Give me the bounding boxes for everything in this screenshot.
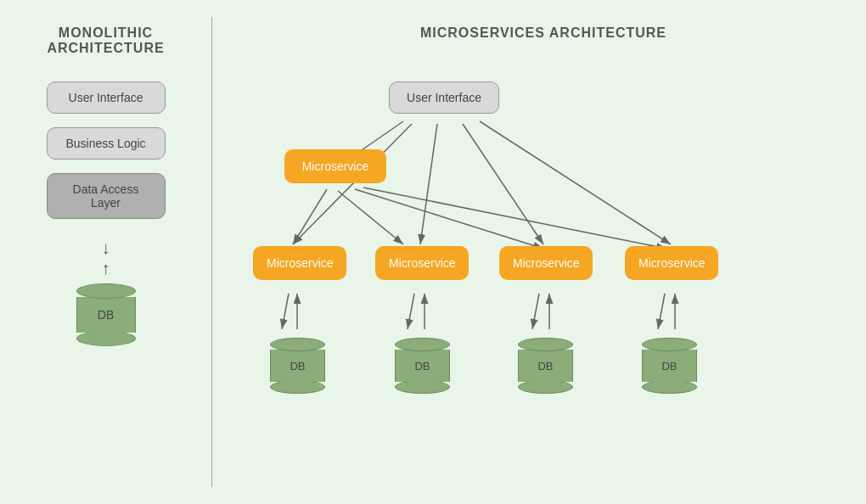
ms-db1-bottom [270, 380, 325, 394]
ms-db1-top [270, 338, 325, 351]
left-panel: MONOLITHICARCHITECTURE User Interface Bu… [17, 17, 212, 487]
ms-db3-body: DB [518, 350, 573, 382]
mono-data-access-label: Data Access Layer [73, 182, 139, 210]
mono-data-access-box: Data Access Layer [47, 173, 166, 219]
svg-line-8 [355, 189, 543, 249]
svg-line-5 [480, 121, 671, 244]
ms-db4-body: DB [642, 350, 697, 382]
ms-db2-top [395, 338, 450, 351]
microservices-title: MICROSERVICES ARCHITECTURE [238, 25, 849, 41]
ms-db1-body: DB [270, 350, 325, 382]
svg-line-10 [282, 294, 289, 329]
ms-row-label-1: Microservice [267, 256, 334, 270]
ms-top-box: Microservice [284, 149, 386, 183]
ms-row-label-3: Microservice [513, 256, 580, 270]
mono-user-interface-box: User Interface [47, 81, 166, 114]
ms-db-3: DB [518, 338, 573, 394]
ms-db4-top [642, 338, 697, 351]
ms-db2-body: DB [395, 350, 450, 382]
ms-db-2: DB [395, 338, 450, 394]
mono-db-body: DB [76, 297, 136, 333]
mono-user-interface-label: User Interface [69, 91, 143, 104]
ms-row-box-1: Microservice [253, 246, 346, 280]
svg-line-14 [532, 294, 539, 329]
mono-business-logic-label: Business Logic [65, 137, 145, 150]
mono-business-logic-box: Business Logic [47, 127, 166, 160]
svg-line-4 [463, 124, 543, 244]
main-container: MONOLITHICARCHITECTURE User Interface Bu… [0, 0, 866, 504]
ms-db3-top [518, 338, 573, 351]
svg-line-2 [293, 124, 412, 244]
svg-line-12 [408, 294, 414, 329]
svg-line-6 [293, 189, 327, 244]
ms-row-box-3: Microservice [499, 246, 593, 280]
ms-row-label-2: Microservice [389, 256, 456, 270]
ms-db-1: DB [270, 338, 325, 394]
mono-db-label: DB [77, 308, 135, 322]
ms-diagram: User Interface Microservice Microservice… [238, 58, 849, 487]
svg-line-16 [658, 294, 665, 329]
svg-line-9 [363, 188, 666, 249]
ms-db3-bottom [518, 380, 573, 394]
ms-top-label: Microservice [302, 160, 369, 173]
mono-arrow: ↓ ↑ [102, 238, 110, 278]
ms-db1-label: DB [271, 360, 324, 372]
svg-line-7 [338, 191, 403, 244]
ms-db4-label: DB [643, 360, 696, 372]
ms-user-interface-label: User Interface [407, 91, 481, 104]
right-panel: MICROSERVICES ARCHITECTURE [212, 17, 849, 487]
ms-db-4: DB [642, 338, 697, 394]
monolithic-title: MONOLITHICARCHITECTURE [47, 25, 164, 56]
ms-row-box-2: Microservice [375, 246, 469, 280]
ms-db4-bottom [642, 380, 697, 394]
mono-db: DB [76, 283, 136, 346]
svg-line-3 [420, 124, 437, 244]
ms-row-label-4: Microservice [638, 256, 706, 270]
ms-db2-label: DB [396, 360, 449, 372]
mono-db-top [76, 283, 136, 299]
ms-db3-label: DB [519, 360, 572, 372]
ms-db2-bottom [395, 380, 450, 394]
ms-user-interface-box: User Interface [389, 81, 499, 114]
mono-db-bottom [76, 331, 136, 346]
ms-row-box-4: Microservice [625, 246, 718, 280]
